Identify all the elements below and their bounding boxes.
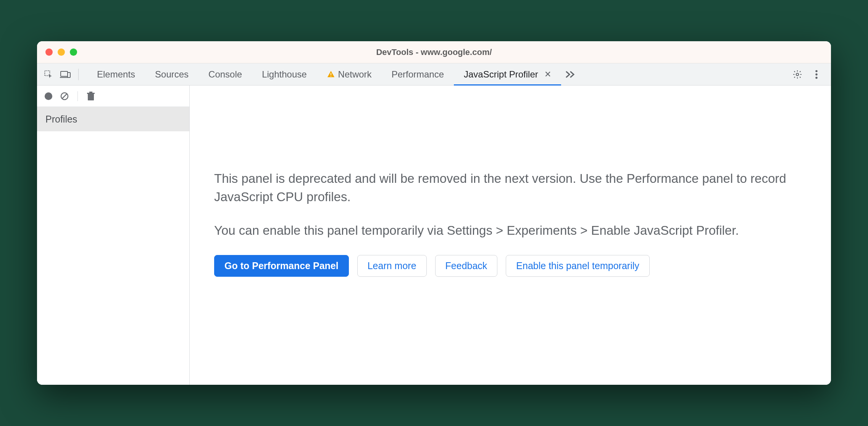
tab-label: Sources xyxy=(155,69,189,80)
tab-label: Performance xyxy=(392,69,444,80)
warning-icon xyxy=(327,70,335,79)
more-menu-icon[interactable] xyxy=(809,67,824,82)
device-toolbar-icon[interactable] xyxy=(58,68,72,81)
tab-network[interactable]: Network xyxy=(317,63,382,85)
svg-line-12 xyxy=(62,94,67,98)
tab-label: Console xyxy=(208,69,242,80)
tabs-list: Elements Sources Console Lighthouse Netw… xyxy=(87,63,579,85)
close-tab-icon[interactable]: ✕ xyxy=(544,70,551,79)
enable-temporarily-button[interactable]: Enable this panel temporarily xyxy=(506,255,649,277)
svg-point-10 xyxy=(45,92,52,100)
tab-label: JavaScript Profiler xyxy=(464,69,538,80)
svg-rect-14 xyxy=(87,93,95,94)
clear-icon[interactable] xyxy=(59,91,70,102)
sidebar-toolbar xyxy=(37,86,189,107)
tab-label: Network xyxy=(338,69,372,80)
deprecation-text-2: You can enable this panel temporarily vi… xyxy=(214,221,794,240)
tab-label: Lighthouse xyxy=(262,69,307,80)
window-maximize-button[interactable] xyxy=(70,48,77,56)
tab-javascript-profiler[interactable]: JavaScript Profiler ✕ xyxy=(454,63,561,85)
svg-rect-4 xyxy=(331,73,331,75)
tab-elements[interactable]: Elements xyxy=(87,63,145,85)
svg-point-6 xyxy=(796,73,799,76)
tab-console[interactable]: Console xyxy=(198,63,252,85)
sidebar-item-profiles[interactable]: Profiles xyxy=(37,107,189,131)
deprecation-text-1: This panel is deprecated and will be rem… xyxy=(214,169,794,206)
svg-rect-1 xyxy=(61,71,68,76)
tabs-overflow-button[interactable] xyxy=(561,63,579,85)
tab-performance[interactable]: Performance xyxy=(382,63,454,85)
tab-sources[interactable]: Sources xyxy=(145,63,198,85)
svg-rect-5 xyxy=(331,76,331,76)
settings-icon[interactable] xyxy=(790,67,805,82)
tab-lighthouse[interactable]: Lighthouse xyxy=(252,63,316,85)
tabbar-right-tools xyxy=(790,63,824,85)
inspect-element-icon[interactable] xyxy=(42,68,55,81)
deprecation-message: This panel is deprecated and will be rem… xyxy=(214,169,794,240)
window-minimize-button[interactable] xyxy=(58,48,65,56)
svg-point-9 xyxy=(815,76,817,78)
devtools-window: DevTools - www.google.com/ Elements Sour xyxy=(37,41,831,385)
svg-point-7 xyxy=(815,70,817,72)
go-to-performance-button[interactable]: Go to Performance Panel xyxy=(214,255,349,277)
svg-rect-3 xyxy=(68,73,70,77)
titlebar: DevTools - www.google.com/ xyxy=(37,41,831,63)
traffic-lights xyxy=(45,48,77,56)
feedback-button[interactable]: Feedback xyxy=(435,255,498,277)
main-tabbar: Elements Sources Console Lighthouse Netw… xyxy=(37,63,831,86)
main-panel: This panel is deprecated and will be rem… xyxy=(190,86,831,385)
sidebar-item-label: Profiles xyxy=(45,114,77,125)
svg-rect-15 xyxy=(89,92,92,93)
content-area: Profiles This panel is deprecated and wi… xyxy=(37,86,831,385)
svg-point-8 xyxy=(815,73,817,75)
tabbar-left-tools xyxy=(42,63,87,85)
sidebar: Profiles xyxy=(37,86,190,385)
window-close-button[interactable] xyxy=(45,48,53,56)
svg-rect-13 xyxy=(88,94,94,100)
delete-icon[interactable] xyxy=(86,91,96,102)
record-icon[interactable] xyxy=(43,91,54,102)
button-row: Go to Performance Panel Learn more Feedb… xyxy=(214,255,807,277)
learn-more-button[interactable]: Learn more xyxy=(357,255,427,277)
divider xyxy=(77,91,78,101)
window-title: DevTools - www.google.com/ xyxy=(376,47,492,57)
divider xyxy=(78,69,79,80)
tab-label: Elements xyxy=(97,69,135,80)
